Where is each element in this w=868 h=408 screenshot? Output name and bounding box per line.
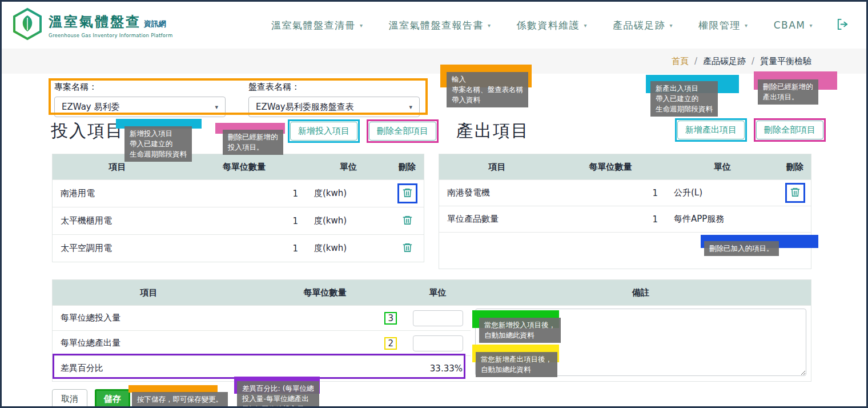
chevron-down-icon: ▾ xyxy=(670,22,674,29)
brand: 溫室氣體盤查 資訊網 Greenhouse Gas Inventory Info… xyxy=(12,7,173,43)
breadcrumb-home[interactable]: 首頁 xyxy=(672,56,689,67)
annotation-delete-all-output-frame: 刪除全部項目 xyxy=(754,118,826,142)
chevron-down-icon: ▾ xyxy=(809,22,813,29)
top-navbar: 溫室氣體盤查 資訊網 Greenhouse Gas Inventory Info… xyxy=(2,2,866,49)
tooltip-add-output: 新產出入項目 帶入已建立的 生命週期階段資料 xyxy=(650,81,718,117)
chevron-down-icon: ▾ xyxy=(360,22,364,29)
delete-row-button[interactable] xyxy=(401,186,414,201)
chevron-down-icon: ▾ xyxy=(488,22,492,29)
chevron-down-icon: ▾ xyxy=(745,22,749,29)
table-row: 南港發電機 1 公升(L) xyxy=(439,179,811,206)
delete-all-output-button[interactable]: 刪除全部項目 xyxy=(756,121,823,139)
annotation-delete-all-input-frame: 刪除全部項目 xyxy=(367,119,439,143)
table-row: 太平空調用電 1 度(kwh) xyxy=(53,234,424,262)
table-row: 每單位總投入量 3 xyxy=(53,305,471,330)
column-header: 單位 xyxy=(405,280,471,305)
column-header: 單位 xyxy=(306,154,391,179)
breadcrumb-section[interactable]: 產品碳足跡 xyxy=(703,56,746,67)
nav-item-coefficient[interactable]: 係數資料維護 ▾ xyxy=(517,19,588,32)
tooltip-delete-row: 刪除已加入的項目。 xyxy=(704,241,779,256)
delete-all-input-button[interactable]: 刪除全部項目 xyxy=(369,122,436,141)
tooltip-add-input: 新增投入項目 帶入已建立的 生命週期階段資料 xyxy=(124,126,192,162)
tooltip-delete-input: 刪除已經新增的 投入項目。 xyxy=(223,130,283,155)
chevron-down-icon: ▾ xyxy=(584,22,588,29)
nav-item-inventory[interactable]: 溫室氣體盤查清冊 ▾ xyxy=(271,19,364,32)
column-header: 單位 xyxy=(666,154,779,179)
table-row: 太平機櫃用電 1 度(kwh) xyxy=(53,207,424,234)
nav-item-report[interactable]: 溫室氣體盤查報告書 ▾ xyxy=(389,19,492,32)
trash-icon xyxy=(402,187,413,200)
column-header: 刪除 xyxy=(391,154,424,179)
input-items-table: 項目 每單位數量 單位 刪除 南港用電 1 度(kwh) 太平機櫃用電 1 度(… xyxy=(52,154,424,262)
output-section-title: 產出項目 xyxy=(456,119,529,143)
column-header: 每單位數量 xyxy=(182,154,306,179)
add-input-item-button[interactable]: 新增投入項目 xyxy=(290,122,357,141)
total-input-value: 3 xyxy=(384,312,397,325)
column-header: 備註 xyxy=(471,280,811,305)
logout-button[interactable] xyxy=(836,18,849,33)
output-section-buttons: 新增產出項目 刪除全部項目 xyxy=(675,118,826,142)
tooltip-diff: 差異百分比: (每單位總 投入量-每單位總產出 量)/每單位總投入量 xyxy=(237,381,319,408)
column-header: 刪除 xyxy=(779,154,811,179)
brand-title-suffix: 資訊網 xyxy=(144,19,166,29)
nav-item-permission[interactable]: 權限管理 ▾ xyxy=(698,19,749,32)
annotation-add-input-frame: 新增投入項目 xyxy=(288,119,360,143)
input-section-title: 投入項目 xyxy=(51,119,124,143)
app-window: 溫室氣體盤查 資訊網 Greenhouse Gas Inventory Info… xyxy=(0,0,868,408)
save-button[interactable]: 儲存 xyxy=(95,389,130,408)
breadcrumb-separator: / xyxy=(752,56,754,66)
table-row: 單位產品數量 1 每件APP服務 xyxy=(439,206,811,232)
delete-row-button[interactable] xyxy=(401,213,414,229)
form-actions: 取消 儲存 xyxy=(52,389,130,408)
column-header: 每單位數量 xyxy=(245,280,405,305)
breadcrumb-current: 質量平衡檢驗 xyxy=(760,56,811,67)
cancel-button[interactable]: 取消 xyxy=(52,389,87,408)
total-output-value: 2 xyxy=(384,337,397,350)
tooltip-form: 輸入 專案名稱、盤查表名稱 帶入資料 xyxy=(447,72,528,107)
logout-icon xyxy=(836,18,849,33)
tooltip-total-input: 當您新增投入項目後， 自動加總此資料 xyxy=(479,318,561,343)
column-header: 項目 xyxy=(53,280,245,305)
tooltip-save: 按下儲存，即可保存變更。 xyxy=(132,392,228,407)
trash-icon xyxy=(402,214,413,227)
breadcrumb-separator: / xyxy=(694,56,697,66)
trash-icon xyxy=(402,242,413,255)
tooltip-delete-output: 刪除已經新增的 產出項目。 xyxy=(758,79,818,105)
input-section-buttons: 新增投入項目 刪除全部項目 xyxy=(288,119,439,143)
annotation-delete-highlight xyxy=(397,183,417,203)
nav-item-carbon-footprint[interactable]: 產品碳足跡 ▾ xyxy=(613,19,673,32)
total-output-unit-field[interactable] xyxy=(413,335,463,351)
nav-item-cbam[interactable]: CBAM ▾ xyxy=(774,19,813,31)
trash-icon xyxy=(790,186,801,199)
add-output-item-button[interactable]: 新增產出項目 xyxy=(677,121,745,139)
brand-logo-icon xyxy=(12,7,43,43)
main-nav: 溫室氣體盤查清冊 ▾ 溫室氣體盤查報告書 ▾ 係數資料維護 ▾ 產品碳足跡 ▾ … xyxy=(271,19,813,32)
column-header: 每單位數量 xyxy=(555,154,666,179)
delete-row-button[interactable] xyxy=(789,185,802,201)
summary-table: 項目 每單位數量 單位 備註 每單位總投入量 3 每單位總產出量 2 差異百分比 xyxy=(52,279,811,382)
breadcrumb: 首頁 / 產品碳足跡 / 質量平衡檢驗 xyxy=(2,49,866,74)
brand-title: 溫室氣體盤查 xyxy=(49,13,141,31)
total-input-unit-field[interactable] xyxy=(413,310,463,326)
annotation-form-frame xyxy=(49,78,428,115)
table-row: 每單位總產出量 2 xyxy=(53,330,471,355)
delete-row-button[interactable] xyxy=(401,241,414,256)
brand-subtitle: Greenhouse Gas Inventory Information Pla… xyxy=(49,33,173,38)
annotation-add-output-frame: 新增產出項目 xyxy=(675,118,747,142)
annotation-delete-highlight xyxy=(785,183,805,203)
column-header: 項目 xyxy=(439,154,555,179)
table-row: 南港用電 1 度(kwh) xyxy=(53,179,424,207)
tooltip-total-output: 當您新增產出項目後， 自動加總此資料 xyxy=(476,352,557,377)
